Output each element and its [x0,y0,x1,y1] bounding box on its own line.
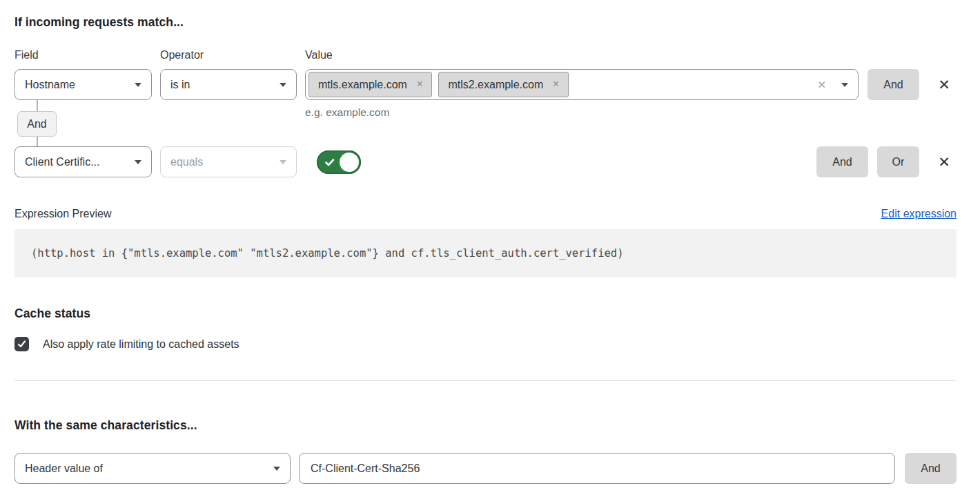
operator-select-1[interactable]: is in [160,69,297,100]
cache-checkbox-row[interactable]: Also apply rate limiting to cached asset… [14,337,957,351]
expression-preview-header: Expression Preview Edit expression [14,208,957,220]
chevron-down-icon [135,160,141,164]
delete-condition-icon[interactable]: ✕ [932,69,957,100]
chevron-down-icon [280,83,286,87]
add-characteristic-button[interactable]: And [905,453,957,484]
cache-checkbox-label: Also apply rate limiting to cached asset… [43,338,239,351]
expression-preview-label: Expression Preview [14,208,112,220]
chevron-down-icon [280,160,286,164]
characteristic-select[interactable]: Header value of [14,453,291,484]
add-or-condition-button[interactable]: Or [877,146,919,177]
header-name-input[interactable] [299,453,895,484]
remove-tag-icon[interactable]: ✕ [416,80,423,89]
field-select-2[interactable]: Client Certific... [14,146,152,177]
connector-and-button[interactable]: And [17,111,57,137]
match-section-title: If incoming requests match... [14,15,957,30]
value-multiselect[interactable]: mtls.example.com ✕ mtls2.example.com ✕ ✕ [305,69,859,100]
expression-code-block: (http.host in {"mtls.example.com" "mtls2… [14,229,957,277]
section-divider [14,380,957,381]
condition-connector: And [17,111,57,137]
characteristics-row: Header value of And [14,453,957,484]
edit-expression-link[interactable]: Edit expression [881,208,957,220]
chevron-down-icon [273,467,280,471]
value-tag: mtls.example.com ✕ [308,72,432,97]
characteristics-title: With the same characteristics... [14,418,957,433]
add-and-condition-button-2[interactable]: And [816,146,868,177]
field-select-1-value: Hostname [25,79,75,91]
clear-values-icon[interactable]: ✕ [817,79,826,90]
value-tag: mtls2.example.com ✕ [438,72,568,97]
value-helper-text: e.g. example.com [305,106,859,119]
check-icon [324,157,335,168]
characteristic-select-value: Header value of [25,462,103,475]
condition-labels-row: Field Operator Value [14,49,957,61]
field-label: Field [14,49,152,61]
add-and-condition-button[interactable]: And [868,69,919,100]
field-select-2-value: Client Certific... [25,156,99,168]
value-label: Value [305,49,957,61]
check-icon [17,340,26,349]
value-column: mtls.example.com ✕ mtls2.example.com ✕ ✕… [305,69,859,119]
value-tag-label: mtls.example.com [318,79,407,91]
operator-select-1-value: is in [170,79,190,91]
multiselect-icons: ✕ [817,79,848,90]
chevron-down-icon [135,83,141,87]
operator-select-2-value: equals [170,156,203,168]
value-tag-label: mtls2.example.com [448,79,543,91]
chevron-down-icon[interactable] [841,83,848,87]
toggle-knob [340,153,359,172]
operator-select-2: equals [160,146,297,177]
field-select-1[interactable]: Hostname [14,69,152,100]
cache-status-title: Cache status [14,306,957,321]
delete-condition-icon[interactable]: ✕ [932,146,957,177]
condition-row-2: Client Certific... equals And Or ✕ [14,146,957,177]
rule-builder-page: If incoming requests match... Field Oper… [0,0,980,497]
cert-verified-toggle[interactable] [317,150,361,174]
cached-assets-checkbox[interactable] [14,337,29,351]
operator-label: Operator [160,49,297,61]
remove-tag-icon[interactable]: ✕ [552,80,559,89]
condition-row-1: Hostname is in mtls.example.com ✕ mtls2.… [14,69,957,119]
